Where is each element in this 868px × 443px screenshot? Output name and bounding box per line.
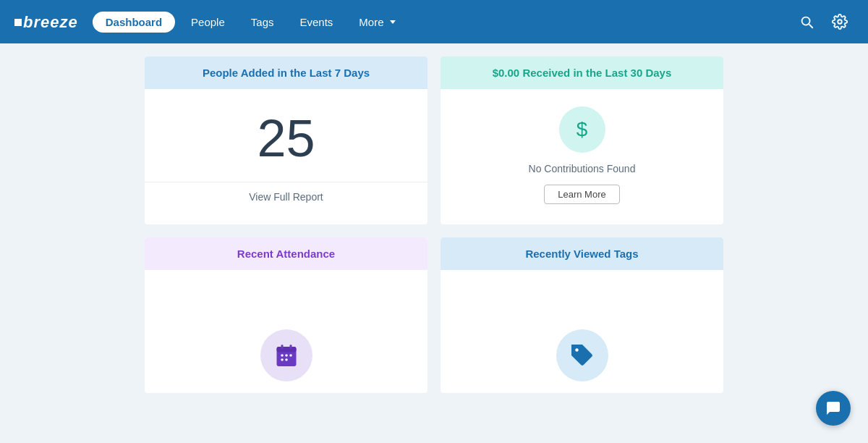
contributions-body: $ No Contributions Found Learn More [441,89,723,224]
attendance-header: Recent Attendance [145,237,427,270]
svg-rect-8 [285,359,287,361]
svg-rect-5 [285,355,287,357]
svg-point-9 [575,348,579,352]
more-nav-button[interactable]: More [349,12,405,33]
chevron-down-icon [390,20,396,24]
tag-circle [556,329,608,381]
dollar-circle: $ [559,106,605,153]
contributions-card: $0.00 Received in the Last 30 Days $ No … [441,56,723,224]
chat-icon [825,400,842,417]
dashboard-nav-button[interactable]: Dashboard [93,12,175,33]
logo: breeze [14,12,78,32]
calendar-icon [273,342,299,368]
attendance-body [145,270,427,393]
tags-card: Recently Viewed Tags [441,237,723,393]
dollar-icon: $ [576,118,588,141]
svg-rect-2 [281,345,283,349]
svg-rect-1 [276,347,296,353]
calendar-circle [260,329,312,381]
svg-rect-4 [281,355,283,357]
view-full-report-link[interactable]: View Full Report [145,182,427,211]
people-added-card: People Added in the Last 7 Days 25 View … [145,56,427,224]
events-nav-button[interactable]: Events [289,12,343,33]
contributions-header: $0.00 Received in the Last 30 Days [441,56,723,89]
no-contributions-text: No Contributions Found [529,163,636,174]
people-nav-button[interactable]: People [181,12,235,33]
people-count: 25 [257,112,315,164]
svg-rect-3 [289,345,292,349]
search-button[interactable] [793,8,820,35]
tags-header: Recently Viewed Tags [441,237,723,270]
tags-nav-button[interactable]: Tags [241,12,284,33]
main-content: People Added in the Last 7 Days 25 View … [0,43,868,406]
people-added-header: People Added in the Last 7 Days [145,56,427,89]
more-label: More [359,16,383,28]
navbar: breeze Dashboard People Tags Events More [0,0,868,43]
chat-bubble-button[interactable] [816,391,851,426]
logo-text: breeze [23,13,78,32]
attendance-card: Recent Attendance [145,237,427,393]
settings-button[interactable] [826,8,854,35]
search-icon [799,14,814,30]
people-count-area: 25 [145,89,427,182]
tag-icon [569,342,595,368]
svg-rect-7 [281,359,283,361]
gear-icon [832,14,848,30]
tags-body [441,270,723,393]
learn-more-button[interactable]: Learn More [544,185,619,204]
svg-rect-6 [289,355,292,357]
